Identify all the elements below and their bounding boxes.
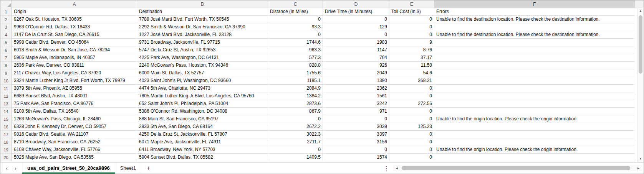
cell-A7[interactable]: 5905 Maple Ave, Indianapolis, IN 40357	[12, 54, 137, 62]
cell-B15[interactable]: 888 Main St, San Francisco, CA 95197	[137, 115, 268, 123]
select-all-corner[interactable]	[0, 0, 12, 8]
column-header-C[interactable]: C	[268, 0, 323, 8]
cell-E15[interactable]: 0	[389, 115, 434, 123]
cell-A13[interactable]: 75 Park Ave, San Francisco, CA 86776	[12, 100, 137, 108]
row-header-17[interactable]: 17	[0, 131, 12, 138]
cell-A10[interactable]: 3324 Martin Luther King Jr Blvd, Fort Wo…	[12, 77, 137, 85]
horizontal-scrollbar-thumb[interactable]	[402, 166, 630, 170]
cell-F2[interactable]: Unable to find the destination location.…	[434, 16, 635, 23]
cell-A19[interactable]: 6108 Chávez Way, Jacksonville, FL 57766	[12, 146, 137, 154]
cell-C10[interactable]: 1195.1	[268, 77, 323, 85]
cell-A4[interactable]: 1147 De la Cruz St, San Diego, CA 26615	[12, 31, 137, 39]
cell-F5[interactable]	[434, 39, 635, 46]
cell-D20[interactable]: 1574	[323, 154, 389, 161]
column-header-A[interactable]: A	[12, 0, 137, 8]
cell-F4[interactable]: Unable to find the destination location.…	[434, 31, 635, 39]
sheet-tab-sheet1[interactable]: Sheet1	[115, 163, 141, 174]
cell-B19[interactable]: 6411 Broadway, New York, NY 57703	[137, 146, 268, 154]
cell-C12[interactable]: 1384.2	[268, 92, 323, 100]
cell-D19[interactable]: 0	[323, 146, 389, 154]
cell-E19[interactable]: 0	[389, 146, 434, 154]
cell-E16[interactable]: 125.23	[389, 123, 434, 131]
cell-D13[interactable]: 3242	[323, 100, 389, 108]
cell-D2[interactable]: 0	[323, 16, 389, 23]
cell-D15[interactable]: 0	[323, 115, 389, 123]
cell-D9[interactable]: 2049	[323, 69, 389, 77]
cell-A6[interactable]: 6018 Smith & Wesson Dr, San Jose, CA 782…	[12, 46, 137, 54]
row-header-14[interactable]: 14	[0, 108, 12, 115]
cell-A15[interactable]: 1263 McGowan's Pass, Chicago, IL 28460	[12, 115, 137, 123]
cell-B12[interactable]: 7605 Martin Luther King Jr Blvd, Los Ang…	[137, 92, 268, 100]
cell-C16[interactable]: 2672.2	[268, 123, 323, 131]
cell-B4[interactable]: 1227 José Martí Blvd, Jacksonville, FL 2…	[137, 31, 268, 39]
scroll-down-icon[interactable]: ▼	[637, 156, 644, 162]
row-header-16[interactable]: 16	[0, 123, 12, 131]
cell-B14[interactable]: 5386 O'Connor Rd, Washington, DC 34088	[137, 108, 268, 115]
cell-D10[interactable]: 1390	[323, 77, 389, 85]
cell-A5[interactable]: 5998 Cedar Blvd, Denver, CO 45064	[12, 39, 137, 46]
cell-D18[interactable]: 3156	[323, 138, 389, 146]
cell-D8[interactable]: 926	[323, 62, 389, 69]
cell-A16[interactable]: 6338 John F. Kennedy Dr, Denver, CO 5905…	[12, 123, 137, 131]
cell-C20[interactable]: 1409.5	[268, 154, 323, 161]
cell-C6[interactable]: 963.3	[268, 46, 323, 54]
cell-E3[interactable]: 0	[389, 23, 434, 31]
scroll-right-icon[interactable]: ►	[635, 166, 642, 170]
cell-A9[interactable]: 2117 Chávez Way, Los Angeles, CA 37920	[12, 69, 137, 77]
cell-A8[interactable]: 2636 Park Ave, Denver, CO 83811	[12, 62, 137, 69]
cell-B17[interactable]: 4250 De la Cruz St, Jacksonville, FL 578…	[137, 131, 268, 138]
cell-F10[interactable]	[434, 77, 635, 85]
row-header-15[interactable]: 15	[0, 115, 12, 123]
cell-C1[interactable]: Distance (in Miles)	[268, 8, 323, 16]
row-header-3[interactable]: 3	[0, 23, 12, 31]
cell-E18[interactable]: 0	[389, 138, 434, 146]
cell-A1[interactable]: Origin	[12, 8, 137, 16]
cell-E17[interactable]: 0	[389, 131, 434, 138]
cell-C4[interactable]: 0	[268, 31, 323, 39]
cell-B16[interactable]: 2933 5th Ave, San Diego, CA 68164	[137, 123, 268, 131]
sheet-nav-left-icon[interactable]: ‹	[6, 165, 8, 171]
cell-C14[interactable]: 867.9	[268, 108, 323, 115]
cell-D5[interactable]: 1983	[323, 39, 389, 46]
cell-F6[interactable]	[434, 46, 635, 54]
cell-C2[interactable]: 0	[268, 16, 323, 23]
cell-B2[interactable]: 7788 José Martí Blvd, Fort Worth, TX 505…	[137, 16, 268, 23]
cell-A14[interactable]: 9108 5th Ave, Dallas, TX 16540	[12, 108, 137, 115]
cell-F17[interactable]	[434, 131, 635, 138]
cell-E8[interactable]: 11.58	[389, 62, 434, 69]
cell-C5[interactable]: 1744.6	[268, 39, 323, 46]
cell-D12[interactable]: 1561	[323, 92, 389, 100]
scroll-left-icon[interactable]: ◄	[393, 166, 401, 170]
cell-B10[interactable]: 4023 Saint John's Pl, Washington, DC 936…	[137, 77, 268, 85]
cell-E10[interactable]: 368.21	[389, 77, 434, 85]
row-header-9[interactable]: 9	[0, 69, 12, 77]
row-header-19[interactable]: 19	[0, 146, 12, 154]
column-header-E[interactable]: E	[389, 0, 434, 8]
row-header-5[interactable]: 5	[0, 39, 12, 46]
row-header-11[interactable]: 11	[0, 85, 12, 92]
cell-C15[interactable]: 0	[268, 115, 323, 123]
cell-C17[interactable]: 3022.3	[268, 131, 323, 138]
kebab-menu-icon[interactable]: ⋮	[380, 163, 393, 174]
cell-F7[interactable]	[434, 54, 635, 62]
row-header-2[interactable]: 2	[0, 16, 12, 23]
vertical-scrollbar-thumb[interactable]	[639, 15, 642, 74]
row-header-8[interactable]: 8	[0, 62, 12, 69]
row-header-7[interactable]: 7	[0, 54, 12, 62]
cell-C8[interactable]: 828.8	[268, 62, 323, 69]
column-header-D[interactable]: D	[323, 0, 389, 8]
cell-E9[interactable]: 54.6	[389, 69, 434, 77]
cell-B13[interactable]: 652 Saint John's Pl, Philadelphia, PA 51…	[137, 100, 268, 108]
cell-E12[interactable]: 0	[389, 92, 434, 100]
cell-B5[interactable]: 9731 Broadway, Jacksonville, FL 97715	[137, 39, 268, 46]
cell-B11[interactable]: 4474 5th Ave, Charlotte, NC 29473	[137, 85, 268, 92]
cell-E11[interactable]: 0	[389, 85, 434, 92]
cell-F15[interactable]: Unable to find the origin location. Plea…	[434, 115, 635, 123]
sheet-nav-right-icon[interactable]: ›	[15, 165, 17, 171]
cell-D6[interactable]: 1147	[323, 46, 389, 54]
cell-C11[interactable]: 2084.9	[268, 85, 323, 92]
cell-D14[interactable]: 971	[323, 108, 389, 115]
column-header-B[interactable]: B	[137, 0, 268, 8]
cell-E20[interactable]: 0	[389, 154, 434, 161]
cell-F3[interactable]	[434, 23, 635, 31]
